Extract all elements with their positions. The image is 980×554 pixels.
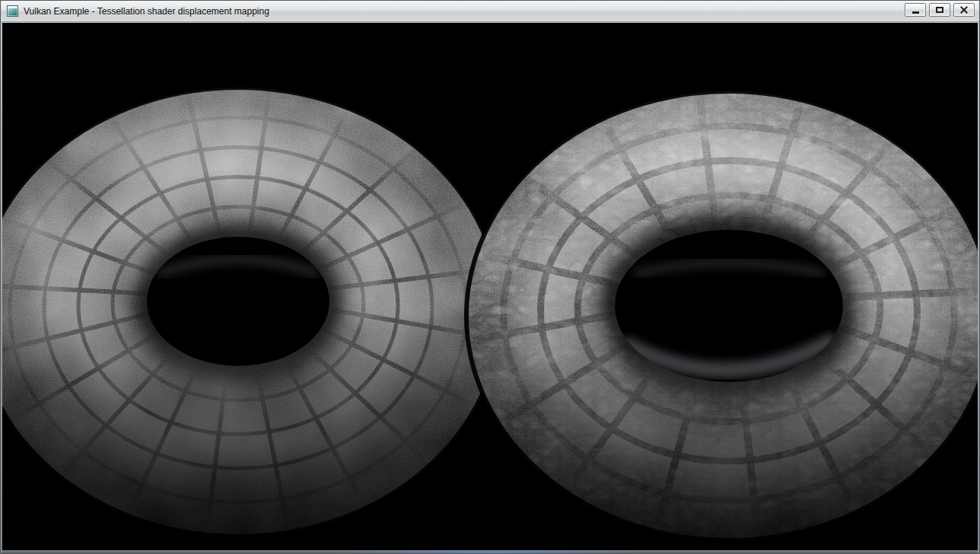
minimize-icon <box>912 11 919 14</box>
window-controls <box>905 1 975 17</box>
render-viewport[interactable] <box>2 23 978 550</box>
maximize-button[interactable] <box>929 3 950 17</box>
title-bar[interactable]: Vulkan Example - Tessellation shader dis… <box>1 1 979 22</box>
minimize-button[interactable] <box>905 3 926 17</box>
close-icon <box>959 5 969 14</box>
maximize-icon <box>936 7 943 13</box>
torus-scene <box>2 23 978 550</box>
window-bottom-border <box>2 550 978 553</box>
window-title: Vulkan Example - Tessellation shader dis… <box>24 6 269 17</box>
app-icon <box>7 5 18 17</box>
app-window: Vulkan Example - Tessellation shader dis… <box>0 0 980 554</box>
close-button[interactable] <box>953 3 975 17</box>
